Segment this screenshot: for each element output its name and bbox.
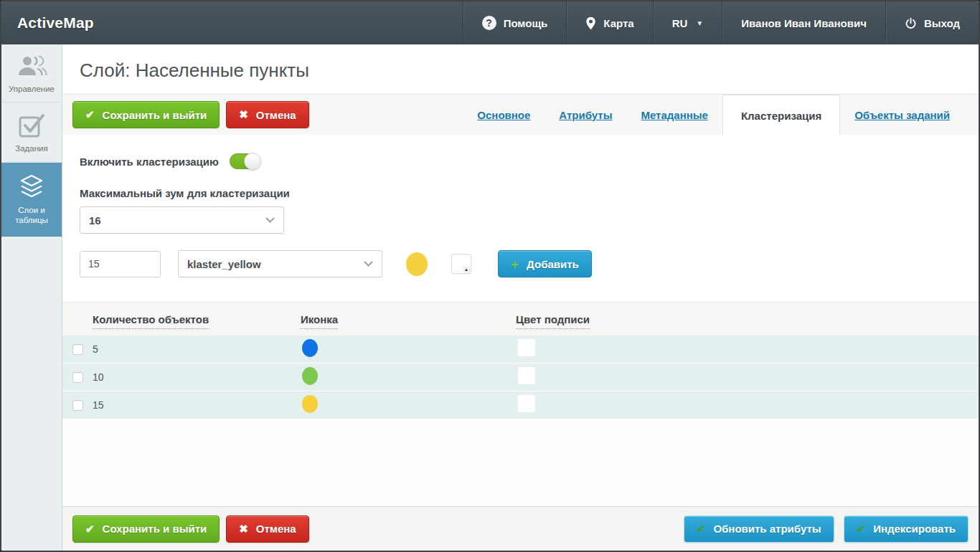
- column-header-icon: Иконка: [301, 313, 516, 325]
- sidebar-item-label: Слои и таблицы: [15, 206, 48, 224]
- cancel-label: Отмена: [256, 523, 296, 535]
- bottom-right-actions: ✔ Обновить атрибуты ✔ Индексировать: [684, 515, 969, 543]
- row-count: 10: [93, 371, 104, 383]
- app-header: ActiveMap ? Помощь Карта RU ▼ Иванов Ива…: [1, 1, 979, 44]
- check-icon: ✔: [85, 523, 95, 536]
- title-bar: Слой: Населенные пункты: [62, 44, 979, 94]
- column-header-count: Количество объектов: [62, 313, 301, 325]
- cancel-button-bottom[interactable]: ✖ Отмена: [226, 515, 308, 543]
- check-icon: ✔: [697, 523, 706, 536]
- max-zoom-block: Максимальный зум для кластеризации 16: [80, 187, 961, 234]
- max-zoom-value: 16: [89, 214, 101, 227]
- map-menu-item[interactable]: Карта: [566, 1, 652, 44]
- help-label: Помощь: [504, 17, 548, 29]
- row-checkbox[interactable]: [72, 344, 83, 355]
- cluster-icon: [302, 367, 318, 385]
- row-count: 5: [93, 343, 98, 355]
- user-menu-item[interactable]: Иванов Иван Иванович: [722, 1, 885, 44]
- cluster-icon-preview: [406, 252, 428, 276]
- color-picker-caret-icon: ▲: [463, 267, 470, 272]
- tasks-icon: [4, 112, 59, 139]
- update-attributes-button[interactable]: ✔ Обновить атрибуты: [684, 515, 834, 543]
- table-row: 15: [62, 391, 979, 419]
- tab-attributes[interactable]: Атрибуты: [545, 109, 626, 121]
- sidebar-item-layers[interactable]: Слои и таблицы: [1, 163, 62, 237]
- cluster-icon: [302, 339, 318, 357]
- save-exit-label: Сохранить и выйти: [103, 109, 207, 121]
- help-icon: ?: [482, 16, 496, 30]
- clustering-tab-content: Включить кластеризацию Максимальный зум …: [62, 135, 979, 506]
- app-window: ActiveMap ? Помощь Карта RU ▼ Иванов Ива…: [0, 0, 980, 552]
- chevron-down-icon: [265, 217, 275, 223]
- chevron-down-icon: ▼: [696, 19, 703, 27]
- chevron-down-icon: [364, 261, 373, 267]
- sidebar-item-tasks[interactable]: Задания: [1, 103, 62, 162]
- content-spacer: [62, 419, 979, 506]
- top-nav: ? Помощь Карта RU ▼ Иванов Иван Иванович: [463, 1, 979, 44]
- update-attributes-label: Обновить атрибуты: [713, 523, 821, 535]
- cancel-button[interactable]: ✖ Отмена: [226, 101, 308, 128]
- tab-metadata[interactable]: Метаданные: [626, 109, 722, 121]
- check-icon: ✔: [857, 523, 866, 536]
- object-count-input[interactable]: [80, 251, 161, 277]
- add-label: Добавить: [527, 258, 579, 270]
- row-checkbox[interactable]: [72, 400, 83, 411]
- page-title: Слой: Населенные пункты: [80, 60, 961, 82]
- table-row: 5: [62, 336, 979, 363]
- tab-general[interactable]: Основное: [463, 109, 545, 121]
- logout-menu-item[interactable]: Выход: [885, 1, 979, 44]
- language-label: RU: [672, 17, 688, 29]
- x-icon: ✖: [239, 523, 248, 536]
- help-menu-item[interactable]: ? Помощь: [463, 1, 567, 44]
- enable-clustering-label: Включить кластеризацию: [80, 156, 219, 168]
- max-zoom-select[interactable]: 16: [80, 206, 284, 234]
- icon-select[interactable]: klaster_yellow: [178, 250, 382, 277]
- label-color-swatch[interactable]: [518, 339, 535, 356]
- cluster-icon: [302, 395, 318, 413]
- language-selector[interactable]: RU ▼: [653, 1, 722, 44]
- users-icon: [4, 54, 59, 80]
- logout-label: Выход: [924, 17, 960, 29]
- map-pin-icon: [585, 16, 596, 30]
- cancel-label: Отмена: [256, 109, 296, 121]
- row-checkbox[interactable]: [72, 372, 83, 383]
- x-icon: ✖: [239, 108, 248, 121]
- main-panel: Слой: Населенные пункты ✔ Сохранить и вы…: [62, 44, 979, 551]
- icon-select-value: klaster_yellow: [187, 258, 261, 270]
- table-header-row: Количество объектов Иконка Цвет подписи: [62, 302, 979, 336]
- brand-logo[interactable]: ActiveMap: [1, 1, 110, 44]
- clusters-table: Количество объектов Иконка Цвет подписи …: [62, 302, 979, 419]
- save-exit-button-bottom[interactable]: ✔ Сохранить и выйти: [72, 515, 220, 543]
- save-exit-button[interactable]: ✔ Сохранить и выйти: [72, 101, 220, 128]
- index-button[interactable]: ✔ Индексировать: [844, 515, 969, 543]
- power-icon: [905, 17, 917, 29]
- index-label: Индексировать: [873, 523, 956, 535]
- tab-task-objects[interactable]: Объекты заданий: [840, 109, 979, 121]
- user-name: Иванов Иван Иванович: [741, 17, 867, 29]
- column-header-label-color: Цвет подписи: [516, 313, 979, 325]
- toggle-knob: [244, 153, 261, 170]
- top-toolbar: ✔ Сохранить и выйти ✖ Отмена Основное Ат…: [62, 94, 979, 135]
- add-button[interactable]: + Добавить: [498, 250, 592, 277]
- layers-icon: [4, 173, 59, 201]
- label-color-picker[interactable]: ▲: [451, 254, 471, 274]
- label-color-swatch[interactable]: [518, 395, 535, 412]
- tab-clustering[interactable]: Кластеризация: [722, 95, 840, 135]
- map-label: Карта: [603, 17, 633, 29]
- table-row: 10: [62, 363, 979, 391]
- enable-clustering-toggle[interactable]: [230, 153, 260, 169]
- enable-clustering-row: Включить кластеризацию: [80, 153, 961, 169]
- max-zoom-label: Максимальный зум для кластеризации: [80, 187, 961, 199]
- tab-bar: Основное Атрибуты Метаданные Кластеризац…: [463, 95, 979, 135]
- row-count: 15: [93, 399, 104, 411]
- bottom-toolbar: ✔ Сохранить и выйти ✖ Отмена ✔ Обновить …: [62, 506, 979, 551]
- save-exit-label: Сохранить и выйти: [103, 523, 207, 535]
- sidebar-item-management[interactable]: Управление: [1, 44, 62, 103]
- sidebar-item-label: Задания: [15, 144, 47, 153]
- check-icon: ✔: [85, 108, 95, 121]
- sidebar: Управление Задания: [1, 44, 62, 551]
- sidebar-item-label: Управление: [9, 85, 55, 93]
- label-color-swatch[interactable]: [518, 367, 535, 384]
- plus-icon: +: [511, 257, 519, 271]
- add-cluster-row: klaster_yellow ▲ + Добавить: [80, 250, 961, 277]
